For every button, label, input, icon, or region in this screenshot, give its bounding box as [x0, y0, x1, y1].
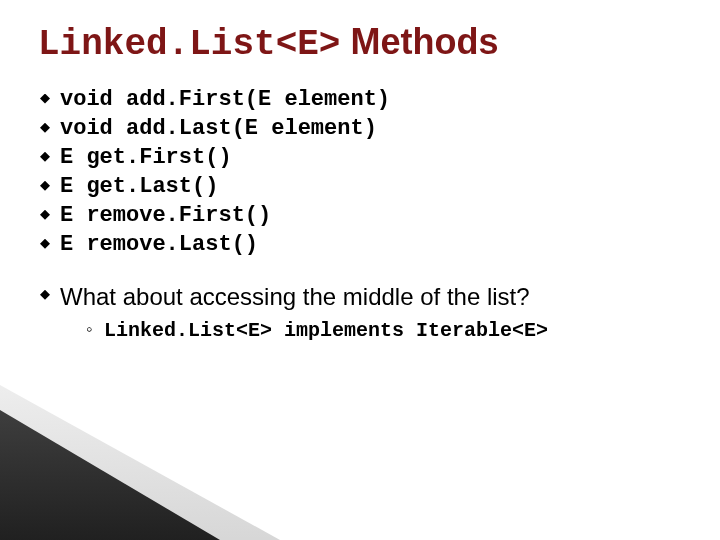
decorative-wedge-dark [0, 410, 220, 540]
question-list: What about accessing the middle of the l… [38, 281, 682, 344]
slide: Linked.List<E> Methods void add.First(E … [0, 0, 720, 540]
question-item: What about accessing the middle of the l… [38, 281, 682, 344]
list-item: E remove.Last() [38, 230, 682, 259]
question-text: What about accessing the middle of the l… [60, 283, 530, 310]
method-list: void add.First(E element) void add.Last(… [38, 85, 682, 259]
list-item: E get.First() [38, 143, 682, 172]
title-rest: Methods [340, 21, 498, 62]
answer-item: Linked.List<E> implements Iterable<E> [86, 318, 682, 344]
list-item: E get.Last() [38, 172, 682, 201]
list-item: E remove.First() [38, 201, 682, 230]
answer-list: Linked.List<E> implements Iterable<E> [86, 318, 682, 344]
list-item: void add.First(E element) [38, 85, 682, 114]
list-item: void add.Last(E element) [38, 114, 682, 143]
slide-body: void add.First(E element) void add.Last(… [38, 85, 682, 344]
slide-title: Linked.List<E> Methods [38, 22, 682, 65]
title-code: Linked.List<E> [38, 24, 340, 65]
